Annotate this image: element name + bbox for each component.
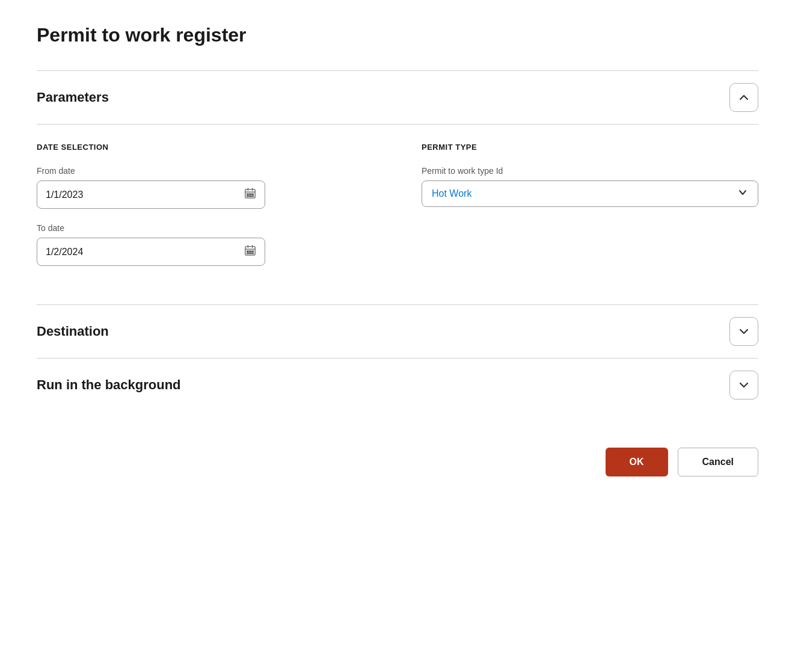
permit-type-select[interactable]: Hot Work <box>422 180 758 207</box>
permit-type-selected-value: Hot Work <box>432 188 737 199</box>
from-date-input[interactable] <box>46 190 244 200</box>
svg-rect-17 <box>247 253 249 254</box>
run-in-background-section: Run in the background <box>37 358 758 412</box>
svg-rect-9 <box>252 196 254 197</box>
params-grid: DATE SELECTION From date <box>37 143 758 280</box>
svg-rect-19 <box>252 253 254 254</box>
permit-type-chevron-icon <box>737 187 748 200</box>
svg-rect-6 <box>252 194 254 195</box>
footer-actions: OK Cancel <box>37 448 758 501</box>
permit-type-field: Permit to work type Id Hot Work <box>422 166 758 207</box>
destination-section: Destination <box>37 304 758 358</box>
svg-rect-15 <box>250 251 251 252</box>
from-date-calendar-icon[interactable] <box>244 187 256 202</box>
run-in-background-section-header[interactable]: Run in the background <box>37 359 758 412</box>
svg-rect-16 <box>252 251 254 252</box>
page-title: Permit to work register <box>37 24 758 46</box>
from-date-input-wrapper[interactable] <box>37 180 265 209</box>
permit-type-group: PERMIT TYPE Permit to work type Id Hot W… <box>422 143 758 280</box>
to-date-label: To date <box>37 223 373 233</box>
ok-button[interactable]: OK <box>606 448 668 476</box>
svg-rect-5 <box>250 194 251 195</box>
date-selection-group: DATE SELECTION From date <box>37 143 373 280</box>
parameters-content: DATE SELECTION From date <box>37 125 758 304</box>
parameters-section-header[interactable]: Parameters <box>37 71 758 124</box>
chevron-up-icon <box>738 91 750 103</box>
date-selection-title: DATE SELECTION <box>37 143 373 152</box>
svg-rect-4 <box>247 194 249 195</box>
to-date-input[interactable] <box>46 247 244 257</box>
parameters-section: Parameters DATE SELECTION From date <box>37 70 758 304</box>
parameters-section-title: Parameters <box>37 90 109 105</box>
run-in-background-toggle-button[interactable] <box>729 371 758 399</box>
svg-rect-8 <box>250 196 251 197</box>
permit-type-label: Permit to work type Id <box>422 166 758 176</box>
to-date-calendar-icon[interactable] <box>244 244 256 259</box>
page-container: Permit to work register Parameters DATE … <box>37 24 758 501</box>
chevron-down-icon-2 <box>738 379 750 391</box>
to-date-input-wrapper[interactable] <box>37 238 265 266</box>
destination-section-header[interactable]: Destination <box>37 305 758 358</box>
parameters-toggle-button[interactable] <box>729 83 758 112</box>
svg-rect-14 <box>247 251 249 252</box>
svg-rect-18 <box>250 253 251 254</box>
chevron-down-icon <box>738 325 750 338</box>
run-in-background-title: Run in the background <box>37 377 181 393</box>
permit-type-title: PERMIT TYPE <box>422 143 758 152</box>
cancel-button[interactable]: Cancel <box>678 448 758 476</box>
destination-toggle-button[interactable] <box>729 317 758 346</box>
svg-rect-7 <box>247 196 249 197</box>
from-date-label: From date <box>37 166 373 176</box>
destination-section-title: Destination <box>37 324 109 339</box>
to-date-field: To date <box>37 223 373 266</box>
from-date-field: From date <box>37 166 373 209</box>
